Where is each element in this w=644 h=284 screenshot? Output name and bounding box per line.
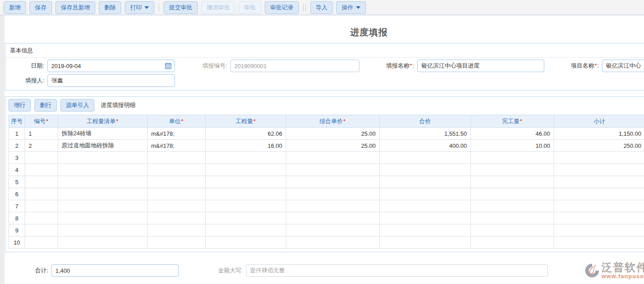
table-cell[interactable] (206, 164, 286, 176)
table-row[interactable]: 10 (9, 237, 644, 249)
table-cell[interactable] (25, 200, 58, 212)
save-button[interactable]: 保存 (30, 1, 52, 14)
table-cell[interactable] (148, 152, 206, 164)
table-cell[interactable] (286, 237, 380, 249)
table-cell[interactable] (58, 188, 148, 200)
table-cell[interactable] (554, 164, 644, 176)
table-row[interactable]: 6 (9, 188, 644, 200)
table-cell[interactable] (286, 200, 380, 212)
table-cell[interactable] (471, 200, 554, 212)
table-cell[interactable] (58, 152, 148, 164)
table-cell[interactable] (554, 188, 644, 200)
table-cell[interactable] (554, 200, 644, 212)
table-cell[interactable]: 25.00 (286, 128, 380, 140)
table-cell[interactable] (206, 237, 286, 249)
table-cell[interactable]: 16.00 (206, 140, 286, 152)
table-cell[interactable] (206, 212, 286, 224)
approval-records-button[interactable]: 审批记录 (265, 1, 299, 14)
table-row[interactable]: 3 (9, 152, 644, 164)
table-cell[interactable] (58, 164, 148, 176)
table-cell[interactable] (554, 212, 644, 224)
source-import-button[interactable]: 源单引入 (60, 99, 94, 112)
table-cell[interactable] (554, 176, 644, 188)
table-cell[interactable] (471, 237, 554, 249)
table-cell[interactable]: 62.06 (206, 128, 286, 140)
table-cell[interactable] (206, 200, 286, 212)
table-cell[interactable] (58, 176, 148, 188)
table-cell[interactable] (148, 212, 206, 224)
import-button[interactable]: 导入 (310, 1, 333, 14)
table-cell[interactable] (148, 237, 206, 249)
table-cell[interactable] (286, 152, 380, 164)
table-cell[interactable] (148, 200, 206, 212)
table-row[interactable]: 22原过道地面地砖拆除m&#178;16.0025.00400.0010.002… (9, 140, 644, 152)
table-cell[interactable] (148, 164, 206, 176)
table-cell[interactable] (471, 152, 554, 164)
table-cell[interactable] (25, 212, 58, 224)
calendar-icon[interactable] (165, 63, 171, 69)
table-cell[interactable] (286, 188, 380, 200)
table-cell[interactable] (206, 224, 286, 237)
table-cell[interactable] (148, 176, 206, 188)
table-cell[interactable] (286, 176, 380, 188)
table-cell[interactable]: 10.00 (471, 140, 554, 152)
table-row[interactable]: 7 (9, 200, 644, 212)
table-cell[interactable] (25, 224, 58, 237)
table-cell[interactable] (58, 237, 148, 249)
reporter-input[interactable] (47, 74, 175, 87)
table-cell[interactable] (471, 188, 554, 200)
table-cell[interactable] (380, 176, 471, 188)
save-and-new-button[interactable]: 保存且新增 (55, 1, 95, 14)
table-cell[interactable] (25, 152, 58, 164)
table-cell[interactable]: m&#178; (148, 140, 206, 152)
table-cell[interactable] (58, 224, 148, 237)
table-cell[interactable] (25, 237, 58, 249)
table-cell[interactable]: 拆除24砖墙 (58, 128, 148, 140)
report-name-input[interactable] (417, 60, 544, 72)
table-cell[interactable] (471, 176, 554, 188)
add-row-button[interactable]: 增行 (8, 99, 31, 112)
operate-dropdown-button[interactable]: 操作 (336, 1, 366, 14)
table-cell[interactable] (380, 152, 471, 164)
date-input[interactable] (47, 60, 175, 72)
table-cell[interactable] (286, 224, 380, 237)
table-cell[interactable]: 原过道地面地砖拆除 (58, 140, 148, 152)
table-cell[interactable]: 25.00 (286, 140, 380, 152)
table-cell[interactable] (380, 188, 471, 200)
project-name-input[interactable] (602, 60, 644, 72)
table-cell[interactable] (554, 237, 644, 249)
table-cell[interactable] (471, 224, 554, 237)
table-cell[interactable] (206, 188, 286, 200)
delete-row-button[interactable]: 删行 (34, 99, 57, 112)
table-row[interactable]: 9 (9, 224, 644, 237)
table-cell[interactable] (58, 200, 148, 212)
table-cell[interactable] (380, 164, 471, 176)
table-cell[interactable]: 46.00 (471, 128, 554, 140)
table-cell[interactable] (380, 237, 471, 249)
table-cell[interactable]: 1,150.00 (554, 128, 644, 140)
total-input[interactable] (51, 264, 179, 277)
table-cell[interactable] (380, 200, 471, 212)
table-cell[interactable] (380, 212, 471, 224)
table-row[interactable]: 8 (9, 212, 644, 224)
table-cell[interactable] (286, 212, 380, 224)
table-row[interactable]: 11拆除24砖墙m&#178;62.0625.001,551.5046.001,… (9, 128, 644, 140)
table-cell[interactable]: 1 (25, 128, 58, 140)
table-cell[interactable]: 250.00 (554, 140, 644, 152)
table-cell[interactable] (471, 164, 554, 176)
table-cell[interactable] (25, 164, 58, 176)
table-cell[interactable] (148, 224, 206, 237)
print-dropdown-button[interactable]: 打印 (125, 1, 154, 14)
new-button[interactable]: 新增 (4, 1, 26, 14)
table-cell[interactable] (380, 224, 471, 237)
table-cell[interactable]: 1,551.50 (380, 128, 471, 140)
delete-button[interactable]: 删除 (99, 1, 121, 14)
table-row[interactable]: 5 (9, 176, 644, 188)
table-cell[interactable] (206, 152, 286, 164)
table-cell[interactable]: 2 (25, 140, 58, 152)
submit-approval-button[interactable]: 提交审批 (164, 1, 198, 14)
table-cell[interactable] (148, 188, 206, 200)
table-cell[interactable] (554, 224, 644, 237)
table-row[interactable]: 4 (9, 164, 644, 176)
table-cell[interactable]: 400.00 (380, 140, 471, 152)
